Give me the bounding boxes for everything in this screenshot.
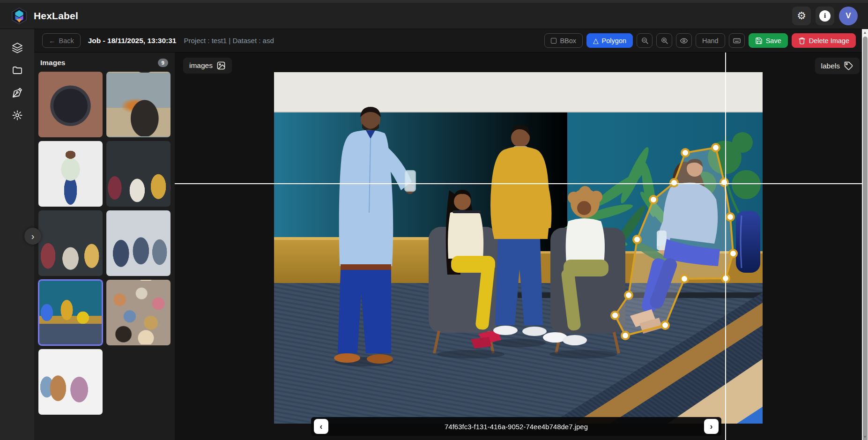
chevron-right-icon: › (31, 231, 35, 242)
image-nav-bar: ‹ 74f63fc3-f131-416a-9052-74ee4b748de7.j… (311, 417, 721, 436)
polygon-vertex-1[interactable] (682, 149, 689, 157)
bbox-tool-button[interactable]: BBox (544, 33, 583, 48)
polygon-icon: △ (593, 37, 599, 44)
polygon-vertex-12[interactable] (727, 213, 734, 221)
folder-icon[interactable] (8, 65, 27, 76)
hand-tool-button[interactable]: Hand (696, 33, 725, 48)
app-header: HexLabel ⚙ i V (0, 3, 868, 29)
thumbnail-group-dark-wall[interactable] (38, 210, 103, 276)
polygon-tool-button[interactable]: △ Polygon (586, 33, 633, 48)
polygon-vertex-11[interactable] (729, 250, 737, 257)
hexlabel-logo-icon (10, 7, 28, 25)
visibility-button[interactable] (676, 33, 692, 48)
polygon-vertex-5[interactable] (625, 291, 632, 299)
app-window: HexLabel ⚙ i V (0, 0, 868, 440)
next-image-button[interactable]: › (704, 419, 719, 434)
polygon-annotation[interactable] (615, 148, 733, 336)
trash-icon (798, 37, 806, 45)
chevron-right-icon: › (710, 422, 713, 432)
thumbnail-choir-group-top-view[interactable] (38, 72, 103, 137)
images-sidebar: Images 9 (34, 52, 175, 440)
zoom-in-button[interactable] (656, 33, 672, 48)
polygon-vertex-13[interactable] (720, 179, 728, 186)
keyboard-icon (733, 37, 741, 45)
thumbnail-group-chalkboard[interactable] (106, 141, 171, 207)
thumbnail-friends-white-background[interactable] (38, 349, 103, 415)
thumbnail-man-white-background[interactable] (38, 141, 103, 207)
shortcuts-button[interactable] (729, 33, 745, 48)
bbox-icon (551, 38, 556, 44)
zoom-out-icon (641, 37, 649, 45)
current-filename: 74f63fc3-f131-416a-9052-74ee4b748de7.jpe… (331, 423, 701, 431)
zoom-out-button[interactable] (637, 33, 653, 48)
images-overlay-button[interactable]: images (183, 57, 232, 74)
polygon-vertex-3[interactable] (650, 196, 657, 203)
polygon-vertex-8[interactable] (661, 321, 669, 329)
polygon-vertex-6[interactable] (611, 312, 619, 319)
settings-button[interactable]: ⚙ (792, 7, 811, 25)
zoom-in-icon (660, 37, 668, 45)
info-icon: i (819, 10, 831, 22)
pen-tool-icon[interactable] (8, 87, 27, 98)
job-title: Job - 18/11/2025, 13:30:31 (88, 37, 177, 45)
layers-icon[interactable] (8, 42, 27, 53)
page-scrollbar[interactable]: ▲ ▼ (862, 29, 868, 440)
annotation-layer[interactable] (274, 72, 763, 424)
polygon-vertex-0[interactable] (712, 144, 720, 151)
previous-image-button[interactable]: ‹ (314, 419, 328, 434)
annotation-canvas[interactable]: images labels (175, 52, 868, 440)
save-icon (755, 37, 763, 45)
back-button[interactable]: ← Back (42, 33, 81, 48)
thumbnail-office-team[interactable] (106, 210, 171, 276)
images-panel-title: Images (40, 59, 65, 67)
chevron-left-icon: ‹ (320, 422, 323, 432)
save-button[interactable]: Save (749, 33, 788, 48)
eye-icon (680, 37, 688, 45)
polygon-vertex-10[interactable] (722, 275, 729, 282)
job-toolbar: ← Back Job - 18/11/2025, 13:30:31 Projec… (34, 29, 868, 52)
back-arrow-icon: ← (49, 37, 56, 45)
image-icon (216, 61, 226, 70)
project-dataset-label: Project : test1 | Dataset : asd (184, 37, 274, 45)
user-avatar[interactable]: V (839, 7, 858, 25)
tag-icon (844, 61, 853, 71)
scrollbar-thumb[interactable] (863, 37, 868, 440)
thumbnail-beach-group-photo[interactable] (106, 72, 171, 137)
app-title: HexLabel (34, 10, 78, 22)
images-count-badge: 9 (158, 59, 168, 67)
polygon-vertex-7[interactable] (622, 332, 629, 339)
polygon-vertex-2[interactable] (670, 179, 678, 186)
thumbnail-office-lounge-current[interactable] (38, 280, 103, 345)
photo[interactable] (274, 72, 763, 424)
delete-image-button[interactable]: Delete Image (792, 33, 856, 48)
sidebar-collapse-handle[interactable]: › (24, 228, 41, 245)
labels-overlay-button[interactable]: labels (815, 57, 861, 75)
info-button[interactable]: i (816, 7, 834, 25)
polygon-vertex-9[interactable] (681, 275, 688, 283)
settings-gear-icon[interactable] (8, 110, 27, 121)
thumbnail-large-crowd[interactable] (106, 280, 171, 345)
scroll-down-arrow[interactable]: ▼ (862, 433, 868, 440)
gear-icon: ⚙ (797, 11, 806, 21)
scroll-up-arrow[interactable]: ▲ (862, 29, 868, 36)
polygon-vertex-4[interactable] (633, 236, 641, 243)
thumbnail-grid (34, 72, 175, 415)
